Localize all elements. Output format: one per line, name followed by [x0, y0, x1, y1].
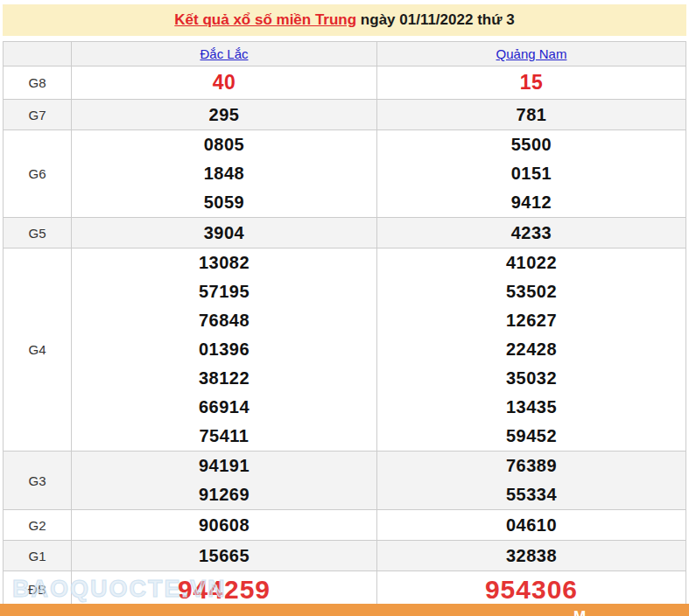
prize-label: G2 — [4, 510, 72, 541]
results-cell-quang-nam: 550001519412 — [377, 130, 686, 218]
results-cell-quang-nam: 4233 — [377, 218, 686, 248]
prize-label: G4 — [4, 248, 72, 452]
results-table: Đắc Lắc Quảng Nam G84015G7295781G6080518… — [3, 41, 686, 608]
table-row: G7295781 — [4, 100, 686, 130]
table-row: G11566532838 — [4, 541, 686, 571]
result-number: 295 — [72, 100, 376, 130]
column-header-quang-nam: Quảng Nam — [377, 42, 686, 66]
prize-label: G7 — [4, 100, 72, 130]
result-number: 40 — [72, 66, 376, 99]
table-row: G29060804610 — [4, 510, 686, 541]
result-number: 0151 — [377, 159, 685, 188]
result-number: 59452 — [377, 422, 685, 451]
corner-cell — [4, 42, 72, 66]
prize-label: G8 — [4, 66, 72, 100]
table-row: G539044233 — [4, 218, 686, 248]
logo-fragment: M — [573, 608, 587, 616]
region-title-link[interactable]: Kết quả xổ số miền Trung — [174, 11, 356, 29]
results-cell-quang-nam: 41022535021262722428350321343559452 — [377, 248, 686, 452]
result-number: 41022 — [377, 248, 685, 277]
result-number: 12627 — [377, 306, 685, 335]
results-cell-quang-nam: 954306 — [377, 571, 686, 608]
result-number: 944259 — [72, 571, 376, 607]
result-number: 91269 — [72, 480, 376, 509]
results-cell-quang-nam: 7638955334 — [377, 452, 686, 510]
result-number: 35032 — [377, 364, 685, 393]
results-cell-quang-nam: 32838 — [377, 541, 686, 571]
result-number: 5059 — [72, 188, 376, 217]
result-number: 01396 — [72, 335, 376, 364]
result-number: 76848 — [72, 306, 376, 335]
prize-label: G6 — [4, 130, 72, 218]
result-number: 90608 — [72, 510, 376, 540]
result-number: 38122 — [72, 364, 376, 393]
table-row: G6080518485059550001519412 — [4, 130, 686, 218]
result-number: 75411 — [72, 422, 376, 451]
next-section-bar: M — [0, 604, 689, 616]
result-number: 3904 — [72, 218, 376, 248]
prize-label: G5 — [4, 218, 72, 248]
result-number: 22428 — [377, 335, 685, 364]
result-number: 66914 — [72, 393, 376, 422]
results-cell-dac-lac: 90608 — [72, 510, 377, 541]
prize-label: ĐB — [4, 571, 72, 608]
result-number: 13435 — [377, 393, 685, 422]
table-row: G84015 — [4, 66, 686, 100]
results-cell-dac-lac: 080518485059 — [72, 130, 377, 218]
result-number: 55334 — [377, 480, 685, 509]
province-link-quang-nam[interactable]: Quảng Nam — [496, 46, 567, 61]
results-cell-dac-lac: 13082571957684801396381226691475411 — [72, 248, 377, 452]
results-cell-dac-lac: 295 — [72, 100, 377, 130]
table-row: G413082571957684801396381226691475411410… — [4, 248, 686, 452]
result-number: 954306 — [377, 571, 685, 607]
result-number: 94191 — [72, 452, 376, 480]
results-cell-quang-nam: 781 — [377, 100, 686, 130]
result-number: 04610 — [377, 510, 685, 540]
results-cell-dac-lac: 3904 — [72, 218, 377, 248]
results-cell-quang-nam: 04610 — [377, 510, 686, 541]
result-number: 4233 — [377, 218, 685, 248]
province-link-dac-lac[interactable]: Đắc Lắc — [200, 46, 248, 61]
result-number: 76389 — [377, 452, 685, 480]
page-title-bar: Kết quả xổ số miền Trung ngày 01/11/2022… — [3, 4, 686, 36]
result-number: 15665 — [72, 541, 376, 570]
prize-label: G3 — [4, 452, 72, 510]
result-number: 9412 — [377, 188, 685, 217]
results-cell-dac-lac: 40 — [72, 66, 377, 100]
result-number: 32838 — [377, 541, 685, 570]
results-cell-dac-lac: 944259 — [72, 571, 377, 608]
result-number: 781 — [377, 100, 685, 130]
result-number: 53502 — [377, 277, 685, 306]
result-number: 0805 — [72, 130, 376, 159]
prize-label: G1 — [4, 541, 72, 571]
page-title-date: ngày 01/11/2022 thứ 3 — [356, 11, 515, 29]
result-number: 57195 — [72, 277, 376, 306]
results-cell-dac-lac: 9419191269 — [72, 452, 377, 510]
result-number: 13082 — [72, 248, 376, 277]
results-cell-quang-nam: 15 — [377, 66, 686, 100]
result-number: 5500 — [377, 130, 685, 159]
table-header-row: Đắc Lắc Quảng Nam — [4, 42, 686, 66]
result-number: 15 — [377, 66, 685, 99]
table-row: G394191912697638955334 — [4, 452, 686, 510]
results-cell-dac-lac: 15665 — [72, 541, 377, 571]
column-header-dac-lac: Đắc Lắc — [72, 42, 377, 66]
result-number: 1848 — [72, 159, 376, 188]
table-row: ĐB944259954306 — [4, 571, 686, 608]
